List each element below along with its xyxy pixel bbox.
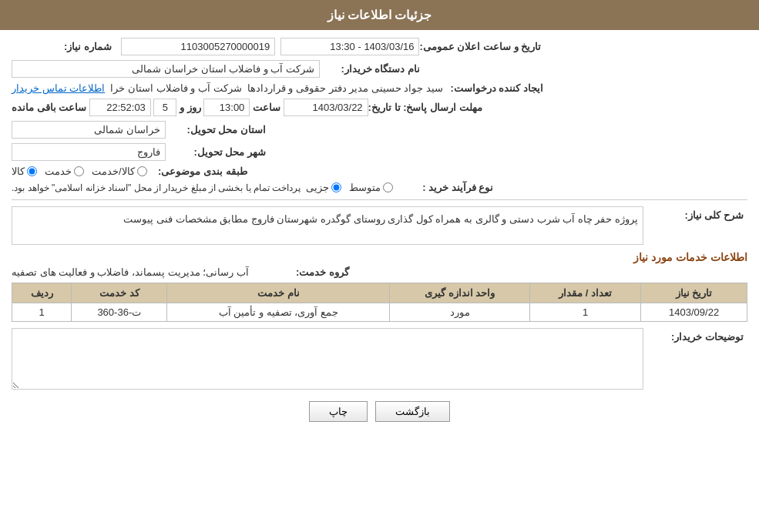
col-header-quantity: تعداد / مقدار bbox=[530, 283, 641, 303]
service-group-label: گروه خدمت: bbox=[249, 266, 349, 278]
category-option-kala-khedmat: کالا/خدمت bbox=[92, 166, 147, 177]
header-title: جزئیات اطلاعات نیاز bbox=[327, 8, 432, 22]
row-creator: ایجاد کننده درخواست: سید جواد حسینی مدیر… bbox=[12, 82, 747, 94]
creator-org: شرکت آب و فاضلاب استان خرا bbox=[110, 82, 241, 94]
purchase-type-label: نوع فرآیند خرید : bbox=[393, 182, 493, 193]
col-header-unit: واحد اندازه گیری bbox=[390, 283, 530, 303]
buyer-org-label: نام دستگاه خریدار: bbox=[320, 63, 420, 75]
buyer-notes-textarea[interactable] bbox=[12, 328, 643, 390]
need-number-value: 1103005270000019 bbox=[121, 38, 275, 55]
deadline-remaining: 22:52:03 bbox=[89, 99, 151, 116]
services-table-body: 1403/09/22 1 مورد جمع آوری، تصفیه و تأمی… bbox=[12, 303, 747, 322]
table-header-row: تاریخ نیاز تعداد / مقدار واحد اندازه گیر… bbox=[12, 283, 747, 303]
page-header: جزئیات اطلاعات نیاز bbox=[0, 0, 759, 30]
purchase-type-radio-group: متوسط جزیی bbox=[306, 182, 393, 193]
deadline-label: مهلت ارسال پاسخ: تا تاریخ: bbox=[368, 102, 482, 113]
col-header-name: نام خدمت bbox=[167, 283, 390, 303]
cell-name: جمع آوری، تصفیه و تأمین آب bbox=[167, 303, 390, 322]
deadline-days: 5 bbox=[153, 99, 176, 116]
description-label: شرح کلی نیاز: bbox=[643, 209, 744, 221]
purchase-label-jozei: جزیی bbox=[306, 182, 329, 193]
cell-code: ت-36-360 bbox=[72, 303, 167, 322]
category-radio-kala-khedmat[interactable] bbox=[137, 166, 147, 176]
print-button[interactable]: چاپ bbox=[309, 401, 368, 422]
back-button[interactable]: بازگشت bbox=[375, 401, 450, 422]
deadline-time: 13:00 bbox=[203, 99, 250, 116]
buyer-org-value: شرکت آب و فاضلاب استان خراسان شمالی bbox=[12, 60, 320, 78]
cell-row: 1 bbox=[12, 303, 72, 322]
category-radio-kala[interactable] bbox=[27, 166, 37, 176]
category-label: طبقه بندی موضوعی: bbox=[147, 166, 247, 177]
row-service-group: گروه خدمت: آب رسانی؛ مدیریت پسماند، فاضل… bbox=[12, 266, 747, 278]
deadline-time-label: ساعت bbox=[253, 102, 280, 113]
city-label: شهر محل تحویل: bbox=[166, 146, 266, 158]
category-option-kala: کالا bbox=[12, 166, 37, 177]
row-buyer-org: نام دستگاه خریدار: شرکت آب و فاضلاب استا… bbox=[12, 60, 747, 78]
city-value: فاروج bbox=[12, 143, 166, 161]
category-radio-group: کالا/خدمت خدمت کالا bbox=[12, 166, 147, 177]
purchase-radio-motavaset[interactable] bbox=[383, 182, 393, 192]
purchase-note: پرداخت تمام یا بخشی از مبلغ خریدار از مح… bbox=[12, 182, 301, 193]
need-number-label: شماره نیاز: bbox=[12, 41, 112, 52]
deadline-remaining-label: ساعت باقی مانده bbox=[12, 102, 86, 113]
cell-quantity: 1 bbox=[530, 303, 641, 322]
creator-name: سید جواد حسینی مدیر دفتر حقوقی و قرارداد… bbox=[247, 82, 443, 94]
category-label-khedmat: خدمت bbox=[45, 166, 72, 177]
buyer-notes-label: توضیحات خریدار: bbox=[643, 331, 744, 343]
cell-unit: مورد bbox=[390, 303, 530, 322]
row-description: شرح کلی نیاز: پروژه حفر چاه آب شرب دستی … bbox=[12, 206, 747, 245]
category-radio-khedmat[interactable] bbox=[74, 166, 84, 176]
purchase-option-jozei: جزیی bbox=[306, 182, 341, 193]
province-label: استان محل تحویل: bbox=[166, 124, 266, 136]
services-table: تاریخ نیاز تعداد / مقدار واحد اندازه گیر… bbox=[12, 283, 747, 322]
purchase-option-motavaset: متوسط bbox=[349, 182, 393, 193]
row-city: شهر محل تحویل: فاروج bbox=[12, 143, 747, 161]
creator-label: ایجاد کننده درخواست: bbox=[443, 82, 543, 94]
col-header-date: تاریخ نیاز bbox=[641, 283, 747, 303]
row-province: استان محل تحویل: خراسان شمالی bbox=[12, 121, 747, 139]
category-label-kala: کالا bbox=[12, 166, 25, 177]
category-label-kala-khedmat: کالا/خدمت bbox=[92, 166, 135, 177]
row-need-number: تاریخ و ساعت اعلان عمومی: 1403/03/16 - 1… bbox=[12, 38, 747, 55]
announce-date-label: تاریخ و ساعت اعلان عمومی: bbox=[419, 41, 541, 52]
main-content: تاریخ و ساعت اعلان عمومی: 1403/03/16 - 1… bbox=[0, 30, 759, 441]
col-header-code: کد خدمت bbox=[72, 283, 167, 303]
announce-date-value: 1403/03/16 - 13:30 bbox=[280, 38, 419, 55]
page-wrapper: جزئیات اطلاعات نیاز تاریخ و ساعت اعلان ع… bbox=[0, 0, 759, 532]
province-value: خراسان شمالی bbox=[12, 121, 166, 139]
purchase-radio-jozei[interactable] bbox=[331, 182, 341, 192]
deadline-date: 1403/03/22 bbox=[284, 99, 368, 116]
category-option-khedmat: خدمت bbox=[45, 166, 84, 177]
row-deadline: مهلت ارسال پاسخ: تا تاریخ: 1403/03/22 سا… bbox=[12, 99, 747, 116]
divider-1 bbox=[12, 199, 747, 200]
button-row: بازگشت چاپ bbox=[12, 401, 747, 433]
deadline-day-label: روز و bbox=[180, 102, 201, 113]
row-buyer-notes: توضیحات خریدار: bbox=[12, 328, 747, 390]
col-header-row: ردیف bbox=[12, 283, 72, 303]
purchase-label-motavaset: متوسط bbox=[349, 182, 381, 193]
contact-link[interactable]: اطلاعات تماس خریدار bbox=[12, 82, 105, 94]
table-row: 1403/09/22 1 مورد جمع آوری، تصفیه و تأمی… bbox=[12, 303, 747, 322]
row-category: طبقه بندی موضوعی: کالا/خدمت خدمت کالا bbox=[12, 166, 747, 177]
row-purchase-type: نوع فرآیند خرید : متوسط جزیی پرداخت تمام… bbox=[12, 182, 747, 193]
service-group-value: آب رسانی؛ مدیریت پسماند، فاضلاب و فعالیت… bbox=[12, 266, 249, 278]
description-value: پروژه حفر چاه آب شرب دستی و گالری به همر… bbox=[12, 206, 643, 245]
cell-date: 1403/09/22 bbox=[641, 303, 747, 322]
services-section-title: اطلاعات خدمات مورد نیاز bbox=[12, 251, 747, 263]
